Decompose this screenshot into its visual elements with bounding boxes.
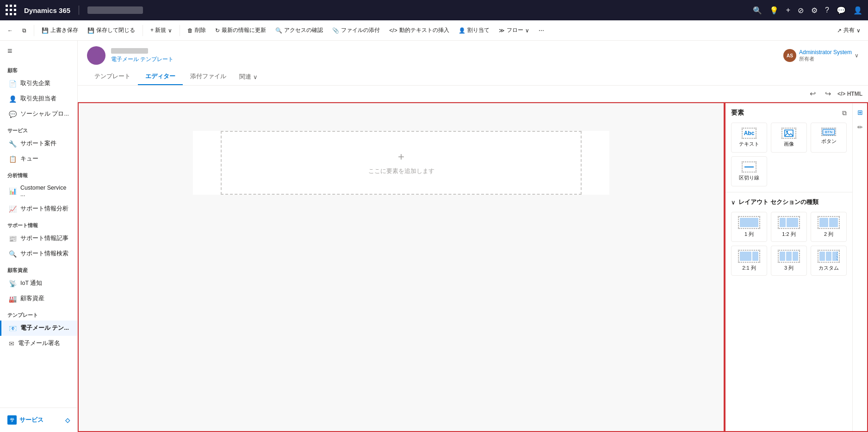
owner-dropdown-icon[interactable]: ∨ [855, 52, 859, 59]
layout-2-1col-label: 2:1 列 [734, 265, 764, 272]
svg-rect-0 [785, 130, 793, 136]
flow-dropdown-icon[interactable]: ∨ [525, 27, 529, 34]
tab-editor[interactable]: エディター [138, 68, 183, 85]
element-button[interactable]: BTN ボタン [811, 123, 847, 153]
layout-grid: 1 列 1:2 列 [731, 212, 847, 276]
share-button[interactable]: ↗ 共有 ∨ [833, 25, 864, 36]
record-name-blurred [111, 48, 148, 54]
sidebar-item-accounts[interactable]: 📄 取引先企業 [0, 76, 77, 91]
sidebar-item-email-signature[interactable]: ✉ 電子メール署名 [0, 336, 77, 351]
flow-button[interactable]: ≫ フロー ∨ [495, 25, 533, 36]
elements-section: 要素 ⧉ Abc テキスト [725, 103, 852, 192]
layout-1-2col[interactable]: 1:2 列 [771, 212, 807, 242]
layout-1-2col-preview [778, 216, 800, 229]
tab-attachments[interactable]: 添付ファイル [183, 68, 234, 85]
tab-template[interactable]: テンプレート [87, 68, 138, 85]
sidebar-item-queues[interactable]: 📋 キュー [0, 151, 77, 167]
element-text[interactable]: Abc テキスト [731, 123, 767, 153]
button-element-icon: BTN [821, 128, 836, 136]
record-subtitle[interactable]: 電子メール テンプレート [111, 56, 174, 63]
share-dropdown-icon[interactable]: ∨ [856, 27, 861, 34]
html-button[interactable]: </> HTML [837, 91, 862, 97]
new-dropdown-icon[interactable]: ∨ [168, 27, 172, 34]
help-icon[interactable]: ? [825, 6, 829, 14]
layout-2col-preview [818, 216, 840, 229]
back-icon: ← [7, 27, 13, 34]
sidebar-bottom-expand-icon[interactable]: ◇ [65, 417, 70, 424]
layout-1-2col-label: 1:2 列 [774, 231, 804, 238]
layout-2-1col[interactable]: 2:1 列 [731, 246, 767, 276]
layout-3col[interactable]: 3 列 [771, 246, 807, 276]
more-button[interactable]: ⋯ [535, 25, 548, 36]
sidebar-item-cases[interactable]: 🔧 サポート案件 [0, 136, 77, 151]
right-panel-container: 要素 ⧉ Abc テキスト [725, 102, 868, 432]
right-tab-paint[interactable]: ✏ [855, 122, 866, 133]
dynamic-text-button[interactable]: </> 動的テキストの挿入 [385, 25, 453, 36]
tab-related[interactable]: 関連 ∨ [234, 68, 263, 85]
delete-icon: 🗑 [187, 27, 193, 34]
profile-icon[interactable]: 👤 [853, 6, 862, 15]
record-avatar [87, 46, 105, 65]
waffle-menu-icon[interactable] [6, 5, 17, 16]
image-element-label: 画像 [774, 141, 804, 148]
layout-custom-label: カスタム [814, 265, 843, 272]
sidebar-item-articles[interactable]: 📰 サポート情報記事 [0, 231, 77, 246]
editor-section: ↩ ↪ </> HTML + ここに要素を追加します [78, 86, 868, 432]
settings-icon[interactable]: ⚙ [811, 6, 818, 15]
chat-icon[interactable]: 💬 [837, 6, 846, 15]
attach-icon: 📎 [332, 27, 339, 34]
element-divider[interactable]: 区切り線 [731, 156, 767, 186]
record-header: 電子メール テンプレート AS Administrator System 所有者… [78, 41, 868, 86]
sidebar-item-support-analytics[interactable]: 📈 サポート情報分析 [0, 201, 77, 216]
layout-2-1col-preview [738, 250, 760, 263]
layout-1col-label: 1 列 [734, 231, 764, 238]
redo-button[interactable]: ↪ [822, 88, 834, 99]
sidebar-item-social[interactable]: 💬 ソーシャル プロ... [0, 106, 77, 122]
support-analytics-icon: 📈 [9, 205, 17, 213]
access-button[interactable]: 🔍 アクセスの確認 [272, 25, 327, 36]
sidebar-item-iot[interactable]: 📡 IoT 通知 [0, 276, 77, 291]
filter-icon[interactable]: ⊘ [798, 6, 804, 15]
back-button[interactable]: ← [4, 25, 17, 36]
new-button[interactable]: + 新規 ∨ [147, 25, 176, 36]
divider-element-icon [742, 161, 756, 173]
owner-name[interactable]: Administrator System [799, 49, 852, 56]
service-bottom-icon: サ [7, 415, 17, 425]
sidebar-item-search[interactable]: 🔍 サポート情報検索 [0, 246, 77, 261]
editor-toolbar: ↩ ↪ </> HTML [78, 86, 868, 102]
save-button[interactable]: 💾 上書き保存 [38, 25, 82, 36]
top-navigation: Dynamics 365 🔍 💡 + ⊘ ⚙ ? 💬 👤 [0, 0, 868, 20]
layout-2col[interactable]: 2 列 [811, 212, 847, 242]
save-close-button[interactable]: 💾 保存して閉じる [84, 25, 139, 36]
share-icon: ↗ [837, 27, 842, 34]
sidebar-bottom-service[interactable]: サ サービス ◇ [0, 412, 77, 428]
element-image[interactable]: 画像 [771, 123, 807, 153]
attach-button[interactable]: 📎 ファイルの添付 [329, 25, 384, 36]
sidebar-item-contacts[interactable]: 👤 取引先担当者 [0, 91, 77, 106]
sidebar-item-customer-assets[interactable]: 🏭 顧客資産 [0, 291, 77, 306]
sidebar-hamburger[interactable]: ≡ [0, 41, 77, 62]
right-tab-expand[interactable]: ⊞ [855, 107, 866, 118]
drop-zone[interactable]: + ここに要素を追加します [221, 131, 582, 195]
layout-chevron-icon: ∨ [731, 199, 736, 206]
layout-section: ∨ レイアウト セクションの種類 1 列 [725, 192, 852, 281]
sidebar-item-email-templates[interactable]: 📧 電子メール テン... [0, 321, 77, 336]
right-panel-tabs: ⊞ ✏ [852, 103, 867, 431]
search-icon[interactable]: 🔍 [753, 6, 762, 15]
layout-header[interactable]: ∨ レイアウト セクションの種類 [731, 198, 847, 206]
elements-expand-icon[interactable]: ⧉ [842, 109, 847, 117]
lightbulb-icon[interactable]: 💡 [769, 6, 779, 15]
tab-related-dropdown-icon[interactable]: ∨ [253, 74, 258, 80]
assign-button[interactable]: 👤 割り当て [455, 25, 493, 36]
layout-custom[interactable]: カスタム [811, 246, 847, 276]
canvas-area[interactable]: + ここに要素を追加します [78, 102, 725, 432]
delete-button[interactable]: 🗑 削除 [184, 25, 210, 36]
editor-content: + ここに要素を追加します 要素 ⧉ [78, 102, 868, 432]
sidebar-item-customer-service[interactable]: 📊 Customer Service ... [0, 181, 77, 201]
undo-button[interactable]: ↩ [807, 88, 818, 99]
drop-zone-text: ここに要素を追加します [240, 167, 562, 175]
window-button[interactable]: ⧉ [19, 25, 30, 36]
refresh-button[interactable]: ↻ 最新の情報に更新 [211, 25, 270, 36]
layout-1col[interactable]: 1 列 [731, 212, 767, 242]
add-icon[interactable]: + [786, 6, 790, 14]
